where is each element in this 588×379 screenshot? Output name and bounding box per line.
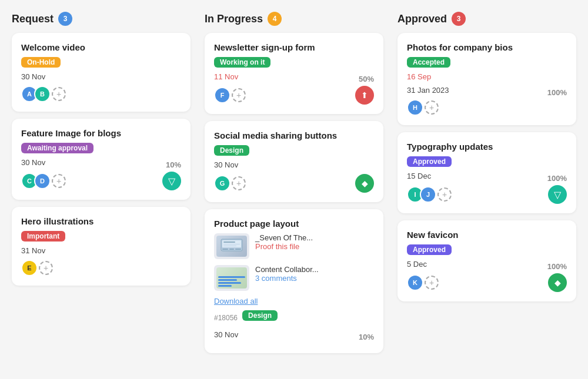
avatar: H — [407, 99, 423, 116]
avatar: G — [214, 175, 230, 192]
priority-icon: ◆ — [548, 273, 567, 292]
card-date: 30 Nov — [214, 330, 238, 339]
card-feature-image: Feature Image for blogs Awaiting approva… — [12, 119, 191, 200]
tag-design: Design — [214, 145, 249, 156]
card-date-row: 11 Nov 50% — [214, 72, 374, 86]
issue-id: #18056 — [214, 314, 238, 322]
card-date: 30 Nov — [21, 72, 181, 81]
priority-icon: ▽ — [162, 172, 181, 190]
tag-awaiting-approval: Awaiting approval — [21, 143, 93, 153]
file-thumbnail-2 — [214, 265, 249, 291]
card-footer: 30 Nov 10% — [21, 158, 181, 172]
card-title: Social media sharing buttons — [214, 130, 374, 140]
avatar-group: E + — [21, 260, 53, 276]
card-date-row: 15 Dec 100% — [407, 172, 567, 185]
column-badge-request: 3 — [58, 12, 72, 26]
download-all-link[interactable]: Download all — [214, 297, 374, 306]
card-title: Welcome video — [21, 42, 181, 52]
card-date: 15 Dec — [407, 172, 431, 180]
card-typography: Typography updates Approved 15 Dec 100% … — [397, 132, 576, 213]
tag-approved: Approved — [407, 156, 452, 167]
file-info-2: Content Collabor... 3 comments — [255, 265, 319, 283]
card-date: 30 Nov — [21, 158, 45, 167]
percent-label: 10% — [166, 160, 181, 169]
card-title: Newsletter sign-up form — [214, 42, 374, 52]
card-date: 30 Nov — [214, 160, 374, 169]
card-date-row: 5 Dec 100% — [407, 260, 567, 273]
card-footer: E + — [21, 260, 181, 276]
card-favicon: New favicon Approved 5 Dec 100% K + ◆ — [397, 220, 576, 301]
card-photos: Photos for company bios Accepted 16 Sep … — [397, 33, 576, 125]
card-avatar-row: G + ◆ — [214, 174, 374, 193]
percent-label: 100% — [547, 88, 567, 97]
card-social-media: Social media sharing buttons Design 30 N… — [205, 121, 383, 202]
file-thumbnail-1 — [214, 233, 249, 259]
file-name: _Seven Of The... — [255, 233, 313, 242]
card-date: 11 Nov — [214, 72, 238, 81]
avatar-group: A B + — [21, 86, 66, 102]
column-title-inprogress: In Progress — [205, 13, 263, 25]
add-avatar-button[interactable]: + — [232, 176, 246, 190]
svg-rect-5 — [223, 242, 235, 243]
column-inprogress: In Progress 4 Newsletter sign-up form Wo… — [205, 12, 383, 360]
svg-rect-2 — [222, 249, 228, 250]
card-title: Hero illustrations — [21, 216, 181, 226]
file-name: Content Collabor... — [255, 265, 319, 274]
screen-preview — [216, 236, 247, 257]
card-hero-illustrations: Hero illustrations Important 31 Nov E + — [12, 207, 191, 286]
card-footer: 30 Nov 10% — [214, 330, 374, 344]
avatar: F — [214, 87, 230, 103]
avatar: E — [21, 260, 38, 276]
card-date: 5 Dec — [407, 260, 427, 269]
priority-icon: ▽ — [548, 185, 567, 204]
add-avatar-button[interactable]: + — [52, 174, 66, 188]
card-title: Photos for company bios — [407, 42, 567, 52]
card-title: Typography updates — [407, 142, 567, 152]
avatar: B — [34, 86, 51, 102]
svg-rect-7 — [223, 246, 236, 246]
avatar-group: G + — [214, 175, 246, 192]
file-item-2: Content Collabor... 3 comments — [214, 265, 374, 291]
add-avatar-button[interactable]: + — [39, 261, 53, 275]
add-avatar-button[interactable]: + — [52, 87, 66, 101]
column-title-approved: Approved — [397, 13, 447, 25]
percent-label: 100% — [547, 262, 567, 271]
tag-design-2: Design — [242, 310, 278, 321]
card-avatar-row: F + ⬆ — [214, 86, 374, 105]
add-avatar-button[interactable]: + — [232, 88, 246, 102]
proof-link[interactable]: Proof this file — [255, 242, 313, 251]
card-title: New favicon — [407, 230, 567, 240]
tag-working-on-it: Working on it — [214, 57, 270, 68]
tag-approved-2: Approved — [407, 244, 452, 255]
add-avatar-button[interactable]: + — [437, 187, 452, 202]
priority-icon: ⬆ — [355, 86, 374, 105]
add-avatar-button[interactable]: + — [425, 100, 439, 115]
card-date-red: 16 Sep — [407, 72, 567, 81]
card-newsletter: Newsletter sign-up form Working on it 11… — [205, 33, 383, 114]
avatar-group: C D + — [21, 173, 66, 189]
percent-label: 10% — [359, 333, 374, 341]
avatar: J — [420, 186, 436, 203]
avatar: K — [407, 274, 423, 291]
column-header-request: Request 3 — [12, 12, 191, 26]
card-footer: A B + — [21, 86, 181, 102]
avatar-group: F + — [214, 87, 246, 103]
tag-on-hold: On-Hold — [21, 57, 61, 68]
column-request: Request 3 Welcome video On-Hold 30 Nov A… — [12, 12, 191, 360]
column-badge-approved: 3 — [452, 12, 466, 26]
card-date2: 31 Jan 2023 — [407, 86, 449, 95]
chart-preview — [216, 267, 247, 289]
file-info-1: _Seven Of The... Proof this file — [255, 233, 313, 251]
column-header-approved: Approved 3 — [397, 12, 576, 26]
card-title: Product page layout — [214, 219, 374, 229]
column-header-inprogress: In Progress 4 — [205, 12, 383, 26]
column-approved: Approved 3 Photos for company bios Accep… — [397, 12, 576, 360]
avatar-group: I J + — [407, 186, 452, 203]
avatar-group: K + — [407, 274, 439, 291]
comments-link[interactable]: 3 comments — [255, 274, 319, 283]
card-avatar-row: H + — [407, 99, 567, 116]
tag-accepted: Accepted — [407, 57, 450, 68]
add-avatar-button[interactable]: + — [425, 276, 439, 290]
priority-icon: ◆ — [355, 174, 374, 193]
avatar: D — [34, 173, 51, 189]
